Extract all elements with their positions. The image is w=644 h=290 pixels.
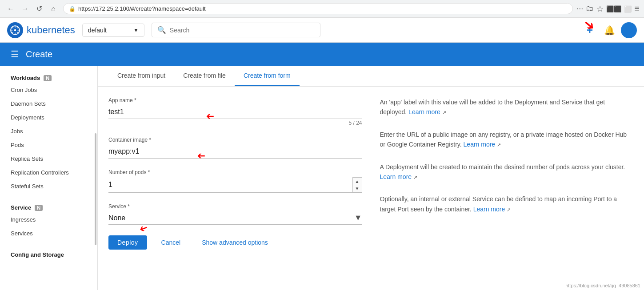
container-image-input[interactable] xyxy=(108,145,362,159)
app-header: kubernetes default ▼ 🔍 + 🔔 👤 ➔ xyxy=(0,18,644,43)
hamburger-icon[interactable]: ≡ xyxy=(634,4,640,14)
form-content: App name * 5 / 24 ➔ Container image * ➔ … xyxy=(98,87,644,260)
config-storage-label: Config and Storage xyxy=(0,248,97,260)
page-title: Create xyxy=(26,49,52,60)
svg-point-1 xyxy=(14,29,16,31)
sidebar-item-daemon-sets[interactable]: Daemon Sets xyxy=(0,97,97,111)
sidebar-item-jobs[interactable]: Jobs xyxy=(0,124,97,138)
more-options-icon[interactable]: ··· xyxy=(576,4,583,13)
help-link-1[interactable]: Learn more xyxy=(408,108,440,115)
svg-line-9 xyxy=(12,32,13,33)
sidebar-item-services[interactable]: Services xyxy=(0,226,97,240)
help-link-4[interactable]: Learn more xyxy=(473,206,505,213)
pods-decrement-button[interactable]: ▼ xyxy=(353,185,362,192)
refresh-button[interactable]: ↺ xyxy=(33,3,45,15)
external-link-icon-4: ↗ xyxy=(507,207,511,212)
container-image-field: Container image * ➔ xyxy=(108,137,362,159)
tab-create-from-form[interactable]: Create from form xyxy=(235,66,300,86)
extensions-icon: ⬛⬛ xyxy=(606,5,621,12)
namespace-chevron: ▼ xyxy=(133,27,139,33)
add-button[interactable]: + xyxy=(582,22,598,38)
sidebar-item-stateful-sets[interactable]: Stateful Sets xyxy=(0,179,97,193)
service-field: Service * None Internal External ▼ xyxy=(108,203,362,225)
browser-nav: ← → ↺ ⌂ xyxy=(4,3,60,15)
back-button[interactable]: ← xyxy=(4,3,17,15)
help-link-3[interactable]: Learn more xyxy=(380,173,412,180)
config-label: Config and Storage xyxy=(11,251,64,258)
pocket-icon[interactable]: 🗂 xyxy=(586,4,594,13)
address-bar[interactable]: 🔒 https://172.25.2.100/#/create?namespac… xyxy=(63,3,573,14)
home-button[interactable]: ⌂ xyxy=(47,3,60,15)
svg-line-8 xyxy=(17,27,18,28)
search-icon: 🔍 xyxy=(157,26,166,34)
form-right: An 'app' label with this value will be a… xyxy=(380,97,634,250)
content-area: Create from input Create from file Creat… xyxy=(98,66,644,290)
help-text-3: A Deployment will be created to maintain… xyxy=(380,163,625,171)
char-count: 5 / 24 xyxy=(108,120,362,126)
search-bar[interactable]: 🔍 xyxy=(152,23,320,37)
main-layout: Workloads N Cron Jobs Daemon Sets Deploy… xyxy=(0,66,644,290)
search-input[interactable] xyxy=(170,27,315,34)
tabs-bar: Create from input Create from file Creat… xyxy=(98,66,644,87)
svg-line-7 xyxy=(17,32,18,33)
watermark: https://blog.csdn.net/qq_49085861 xyxy=(565,283,640,288)
kubernetes-logo xyxy=(7,22,23,38)
user-icon: 👤 xyxy=(624,25,634,35)
notifications-button[interactable]: 🔔 xyxy=(601,22,617,38)
url-text: https://172.25.2.100/#/create?namespace=… xyxy=(78,5,206,12)
tab-create-from-file[interactable]: Create from file xyxy=(174,66,235,86)
form-actions: Deploy Cancel Show advanced options ➔ xyxy=(108,235,362,250)
service-label: Service xyxy=(11,204,31,211)
help-section-2: Enter the URL of a public image on any r… xyxy=(380,130,634,150)
form-left: App name * 5 / 24 ➔ Container image * ➔ … xyxy=(108,97,362,250)
pods-increment-button[interactable]: ▲ xyxy=(353,178,362,185)
app-name: kubernetes xyxy=(27,24,75,36)
help-link-2[interactable]: Learn more xyxy=(464,141,496,148)
pods-stepper: ▲ ▼ xyxy=(352,177,362,192)
sidebar-divider-1 xyxy=(0,197,97,197)
bell-icon: 🔔 xyxy=(604,25,615,36)
service-select-wrap: None Internal External ▼ xyxy=(108,211,362,225)
sidebar-menu-icon[interactable]: ☰ xyxy=(11,49,19,60)
help-section-1: An 'app' label with this value will be a… xyxy=(380,97,634,117)
header-actions: + 🔔 👤 xyxy=(582,22,637,38)
service-chevron-icon: ▼ xyxy=(354,213,362,222)
sidebar-item-ingresses[interactable]: Ingresses xyxy=(0,213,97,226)
show-advanced-options-button[interactable]: Show advanced options xyxy=(195,235,275,250)
svg-line-6 xyxy=(12,27,13,28)
service-badge: N xyxy=(35,205,43,211)
browser-chrome: ← → ↺ ⌂ 🔒 https://172.25.2.100/#/create?… xyxy=(0,0,644,18)
sidebar-item-replica-sets[interactable]: Replica Sets xyxy=(0,152,97,166)
sidebar-scrollbar xyxy=(95,133,96,246)
namespace-selector[interactable]: default ▼ xyxy=(82,24,144,37)
tab-create-from-input[interactable]: Create from input xyxy=(108,66,174,86)
sidebar-divider-2 xyxy=(0,244,97,244)
deploy-button[interactable]: Deploy xyxy=(108,235,147,250)
workloads-section-label: Workloads N xyxy=(0,71,97,83)
sidebar-item-replication-controllers[interactable]: Replication Controllers xyxy=(0,166,97,179)
help-text-2: Enter the URL of a public image on any r… xyxy=(380,131,627,148)
sidebar-item-deployments[interactable]: Deployments xyxy=(0,111,97,124)
app-name-field: App name * 5 / 24 ➔ xyxy=(108,97,362,126)
cancel-button[interactable]: Cancel xyxy=(154,235,188,250)
pods-label: Number of pods * xyxy=(108,169,362,175)
external-link-icon-3: ↗ xyxy=(413,175,417,180)
logo-area: kubernetes xyxy=(7,22,75,38)
sidebar-item-cron-jobs[interactable]: Cron Jobs xyxy=(0,83,97,97)
namespace-value: default xyxy=(88,27,107,34)
workloads-badge: N xyxy=(44,75,52,81)
pods-input-wrap: ▲ ▼ xyxy=(108,177,362,193)
bookmark-icon[interactable]: ☆ xyxy=(596,4,604,14)
user-button[interactable]: 👤 xyxy=(621,22,637,38)
page-header: ☰ Create xyxy=(0,43,644,66)
service-label: Service * xyxy=(108,203,362,210)
red-arrow-app-name: ➔ xyxy=(206,111,214,122)
workloads-label: Workloads xyxy=(11,75,40,81)
pods-input[interactable] xyxy=(108,178,352,191)
sidebar: Workloads N Cron Jobs Daemon Sets Deploy… xyxy=(0,66,98,290)
sidebar-item-pods[interactable]: Pods xyxy=(0,138,97,152)
external-link-icon-1: ↗ xyxy=(442,110,446,115)
help-section-4: Optionally, an internal or external Serv… xyxy=(380,194,634,214)
forward-button[interactable]: → xyxy=(19,3,31,15)
app-name-input[interactable] xyxy=(108,105,362,119)
